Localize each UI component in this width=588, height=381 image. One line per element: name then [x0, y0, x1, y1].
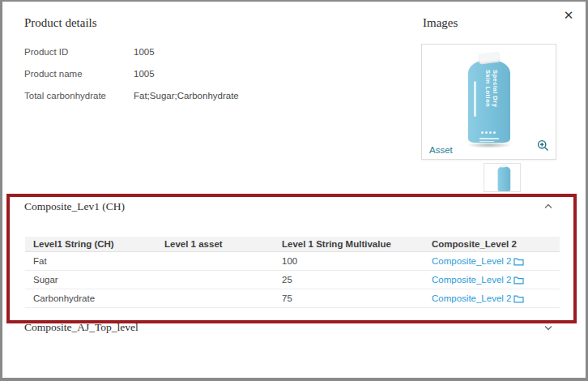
section-composite-aj-top-level-title[interactable]: Composite_AJ_Top_level [24, 321, 138, 334]
asset-link[interactable]: Asset [429, 145, 453, 155]
chevron-up-icon[interactable] [543, 200, 555, 212]
composite-lev1-table: Level1 String (CH) Level 1 asset Level 1… [25, 237, 560, 308]
cell-level1-string: Carbonhydrate [25, 289, 156, 308]
chevron-down-icon[interactable] [543, 321, 555, 332]
page-title: Product details [24, 16, 97, 30]
table-row: Fat 100 Composite_Level 2 [25, 252, 560, 271]
product-image: Special Dry Skin Lotion [465, 51, 513, 148]
field-label-product-id: Product ID [24, 47, 68, 57]
table-row: Carbonhydrate 75 Composite_Level 2 [25, 289, 560, 308]
col-level1-asset: Level 1 asset [156, 237, 274, 252]
section-composite-lev1-title[interactable]: Composite_Lev1 (CH) [24, 200, 125, 213]
product-details-modal: { "modal": { "title": "Product details",… [0, 0, 588, 381]
product-image-card: Special Dry Skin Lotion Asset [421, 44, 556, 160]
close-icon[interactable]: ✕ [561, 8, 576, 23]
cell-multivalue: 100 [274, 252, 424, 271]
cell-level1-string: Sugar [25, 271, 156, 289]
field-label-total-carbonhydrate: Total carbonhydrate [24, 91, 106, 101]
field-label-product-name: Product name [24, 69, 83, 79]
cell-level1-asset [156, 289, 274, 308]
cell-multivalue: 25 [274, 271, 424, 289]
images-section-title: Images [423, 16, 458, 30]
cell-level1-asset [156, 252, 274, 271]
bottle-label-text: Special Dry Skin Lotion [484, 70, 500, 128]
field-value-total-carbonhydrate: Fat;Sugar;Carbonhydrate [134, 91, 239, 101]
field-value-product-id: 1005 [134, 47, 155, 57]
table-header-row: Level1 String (CH) Level 1 asset Level 1… [25, 237, 560, 252]
cell-level1-string: Fat [25, 252, 156, 271]
folder-icon [513, 294, 524, 303]
table-row: Sugar 25 Composite_Level 2 [25, 271, 560, 289]
composite-level2-link[interactable]: Composite_Level 2 [432, 275, 524, 285]
folder-icon [513, 257, 524, 266]
cell-multivalue: 75 [274, 289, 424, 308]
col-level1-multivalue: Level 1 String Multivalue [274, 237, 424, 252]
folder-icon [513, 276, 524, 285]
magnifier-zoom-in-icon[interactable] [537, 139, 549, 155]
composite-level2-link[interactable]: Composite_Level 2 [432, 293, 524, 303]
field-value-product-name: 1005 [134, 69, 155, 79]
col-composite-level2: Composite_Level 2 [424, 237, 560, 252]
col-level1-string: Level1 String (CH) [25, 237, 156, 252]
composite-level2-link[interactable]: Composite_Level 2 [432, 256, 524, 266]
cell-level1-asset [156, 271, 274, 289]
bottle-body: Special Dry Skin Lotion [468, 60, 510, 143]
bottle-logo [481, 131, 496, 134]
image-thumbnail[interactable] [484, 163, 521, 192]
